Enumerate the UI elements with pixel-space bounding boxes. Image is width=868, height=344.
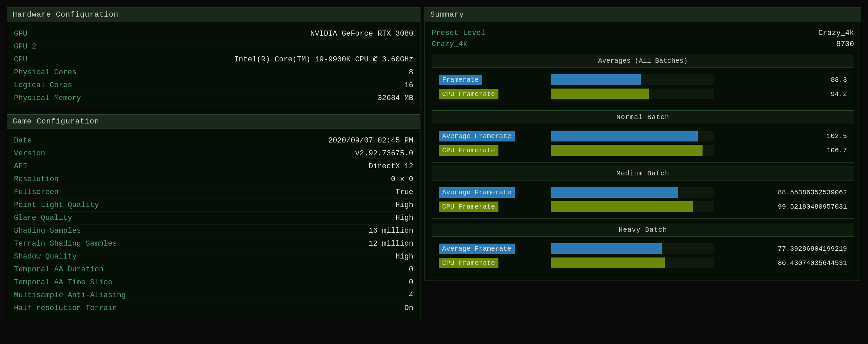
batch-bar-row: Average Framerate 77.39286804199219	[439, 242, 847, 256]
hw-label: GPU	[14, 30, 27, 38]
summary-body: Preset LevelCrazy_4kCrazy_4k8700 Average…	[425, 22, 861, 281]
bar-inner	[551, 187, 678, 198]
bar-value: 94.2	[718, 90, 847, 98]
bar-label-container: Framerate	[439, 75, 547, 85]
game-value: High	[395, 214, 413, 222]
bar-label: CPU Framerate	[439, 145, 498, 156]
hardware-row: GPUNVIDIA GeForce RTX 3080	[14, 27, 413, 40]
hardware-row: GPU 2	[14, 40, 413, 53]
preset-value: Crazy_4k	[818, 29, 854, 37]
bar-inner	[551, 201, 693, 212]
game-value: High	[395, 252, 413, 261]
preset-label: Preset Level	[432, 29, 485, 37]
bar-label: Framerate	[439, 75, 482, 85]
game-label: Date	[14, 136, 32, 145]
game-config-body: Date2020/09/07 02:45 PMVersionv2.92.7367…	[7, 129, 420, 320]
hw-value: NVIDIA GeForce RTX 3080	[310, 30, 413, 38]
game-label: Glare Quality	[14, 214, 72, 222]
game-label: Temporal AA Time Slice	[14, 278, 112, 287]
bar-value: 102.5	[718, 132, 847, 140]
bar-outer	[551, 257, 714, 268]
game-label: Half-resolution Terrain	[14, 304, 117, 312]
game-row: Glare QualityHigh	[14, 212, 413, 225]
summary-header: Summary	[425, 7, 861, 22]
game-config-header: Game Configuration	[7, 114, 420, 129]
game-value: v2.92.73675.0	[355, 149, 413, 158]
hw-label: Physical Memory	[14, 94, 81, 102]
batch-section: Medium Batch Average Framerate 88.553863…	[432, 167, 854, 219]
game-label: Fullscreen	[14, 188, 59, 196]
batch-bar-row: CPU Framerate 80.43074035644531	[439, 256, 847, 270]
avg-bar-row: CPU Framerate 94.2	[439, 87, 847, 101]
game-label: Shading Samples	[14, 227, 81, 235]
batch-body: Average Framerate 77.39286804199219 CPU …	[432, 237, 854, 275]
hw-value: 8	[409, 68, 413, 77]
game-value: 16 million	[369, 227, 413, 235]
game-value: True	[395, 188, 413, 196]
bar-outer	[551, 243, 714, 254]
game-value: 12 million	[369, 240, 413, 248]
batch-bar-row: Average Framerate 88.5538635253906​2	[439, 185, 847, 199]
game-label: API	[14, 162, 27, 171]
game-row: FullscreenTrue	[14, 186, 413, 199]
hardware-row: Logical Cores16	[14, 79, 413, 92]
game-label: Point Light Quality	[14, 201, 99, 209]
batch-body: Average Framerate 88.5538635253906​2 CPU…	[432, 180, 854, 219]
game-value: On	[405, 304, 413, 312]
batch-section: Heavy Batch Average Framerate 77.3928680…	[432, 223, 854, 275]
batch-bar-row: CPU Framerate 106.7	[439, 143, 847, 157]
game-label: Resolution	[14, 175, 59, 184]
bar-value: 80.43074035644531	[718, 259, 847, 267]
batch-body: Average Framerate 102.5 CPU Framerate 10…	[432, 124, 854, 163]
game-row: Half-resolution TerrainOn	[14, 302, 413, 314]
bar-inner	[551, 243, 662, 254]
game-row: Terrain Shading Samples12 million	[14, 237, 413, 250]
hw-label: CPU	[14, 55, 27, 64]
game-value: 2020/09/07 02:45 PM	[328, 136, 413, 145]
avg-bar-row: Framerate 88.3	[439, 73, 847, 87]
batch-header: Heavy Batch	[432, 223, 854, 237]
hardware-config-header: Hardware Configuration	[7, 7, 420, 22]
game-value: High	[395, 201, 413, 209]
game-label: Temporal AA Duration	[14, 265, 103, 274]
game-label: Version	[14, 149, 45, 158]
main-container: Hardware Configuration GPUNVIDIA GeForce…	[7, 7, 861, 337]
bar-label: Average Framerate	[439, 131, 515, 141]
game-row: Versionv2.92.73675.0	[14, 147, 413, 160]
bar-label-container: Average Framerate	[439, 244, 547, 254]
hw-value: Intel(R) Core(TM) i9-9900K CPU @ 3.60GHz	[234, 55, 413, 64]
game-value: 4	[409, 291, 413, 300]
hw-label: GPU 2	[14, 42, 36, 51]
bar-outer	[551, 89, 714, 99]
bar-value: 88.5538635253906​2	[718, 189, 847, 196]
game-value: 0	[409, 278, 413, 287]
hw-value: 32684 MB	[377, 94, 413, 102]
bar-label-container: CPU Framerate	[439, 258, 547, 268]
bar-outer	[551, 145, 714, 156]
bar-outer	[551, 74, 714, 85]
bar-outer	[551, 187, 714, 198]
game-label: Terrain Shading Samples	[14, 240, 117, 248]
bar-label: CPU Framerate	[439, 202, 498, 212]
bar-label-container: CPU Framerate	[439, 202, 547, 212]
bar-value: 88.3	[718, 76, 847, 84]
game-label: Multisample Anti-Aliasing	[14, 291, 126, 300]
bar-label: CPU Framerate	[439, 89, 498, 99]
bar-inner	[551, 89, 649, 99]
bar-value: 99.52180480957031	[718, 203, 847, 211]
preset-value: 8700	[836, 40, 854, 49]
hardware-row: Physical Memory32684 MB	[14, 92, 413, 104]
game-label: Shadow Quality	[14, 252, 77, 261]
batch-bar-row: Average Framerate 102.5	[439, 129, 847, 143]
batch-header: Normal Batch	[432, 110, 854, 124]
averages-body: Framerate 88.3 CPU Framerate 94.2	[432, 68, 854, 106]
bar-outer	[551, 201, 714, 212]
game-value: 0	[409, 265, 413, 274]
game-value: DirectX 12	[369, 162, 413, 171]
left-panel: Hardware Configuration GPUNVIDIA GeForce…	[7, 7, 420, 337]
game-row: Shading Samples16 million	[14, 225, 413, 237]
batch-header: Medium Batch	[432, 167, 854, 180]
right-panel: Summary Preset LevelCrazy_4kCrazy_4k8700…	[425, 7, 861, 337]
batch-section: Normal Batch Average Framerate 102.5 CPU…	[432, 110, 854, 163]
bar-inner	[551, 74, 641, 85]
